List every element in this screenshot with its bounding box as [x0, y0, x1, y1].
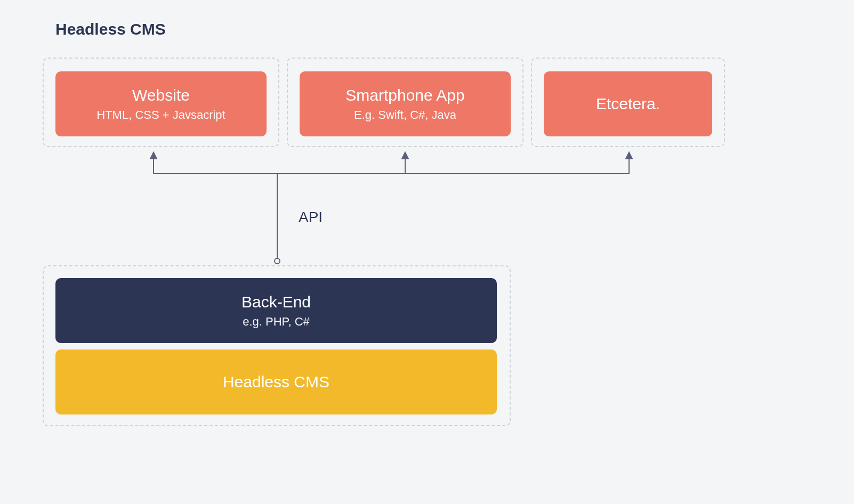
svg-marker-8: [626, 152, 632, 159]
backend-card: Back-End e.g. PHP, C#: [55, 278, 497, 343]
frontend-smartphone-title: Smartphone App: [345, 86, 465, 105]
svg-point-2: [275, 258, 280, 264]
cms-card: Headless CMS: [55, 349, 497, 414]
frontend-card-smartphone: Smartphone App E.g. Swift, C#, Java: [300, 71, 511, 136]
api-label: API: [299, 209, 323, 226]
svg-marker-6: [402, 152, 408, 159]
frontend-website-subtitle: HTML, CSS + Javsacript: [96, 108, 225, 122]
diagram-canvas: Headless CMS Website HTML, CSS + Javsacr…: [0, 0, 854, 504]
frontend-smartphone-subtitle: E.g. Swift, C#, Java: [354, 108, 456, 122]
svg-marker-4: [150, 152, 157, 159]
frontend-card-etcetera: Etcetera.: [544, 71, 712, 136]
diagram-title: Headless CMS: [55, 20, 166, 38]
frontend-etcetera-title: Etcetera.: [596, 94, 660, 113]
backend-subtitle: e.g. PHP, C#: [243, 315, 310, 329]
frontend-card-website: Website HTML, CSS + Javsacript: [55, 71, 267, 136]
frontend-website-title: Website: [132, 86, 190, 105]
cms-title: Headless CMS: [223, 372, 329, 392]
backend-title: Back-End: [241, 292, 311, 312]
